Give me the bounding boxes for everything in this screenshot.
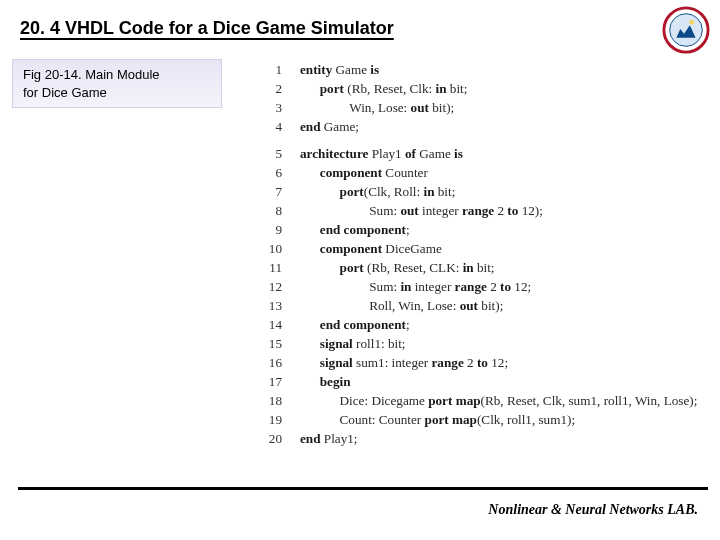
line-number: 8 xyxy=(268,201,300,220)
caption-line: Fig 20-14. Main Module xyxy=(23,66,211,84)
code-text: Count: Counter port map(Clk, roll1, sum1… xyxy=(300,410,575,429)
line-number: 14 xyxy=(268,315,300,334)
line-number: 4 xyxy=(268,117,300,136)
code-line: 20end Play1; xyxy=(268,429,697,448)
line-number: 6 xyxy=(268,163,300,182)
university-logo xyxy=(662,6,710,54)
code-line: 15 signal roll1: bit; xyxy=(268,334,697,353)
line-number: 9 xyxy=(268,220,300,239)
vhdl-code-listing: 1entity Game is2 port (Rb, Reset, Clk: i… xyxy=(268,60,697,448)
code-line: 8 Sum: out integer range 2 to 12); xyxy=(268,201,697,220)
code-text: Roll, Win, Lose: out bit); xyxy=(300,296,503,315)
code-text: Sum: in integer range 2 to 12; xyxy=(300,277,531,296)
line-number: 20 xyxy=(268,429,300,448)
code-text: architecture Play1 of Game is xyxy=(300,144,463,163)
code-text: Sum: out integer range 2 to 12); xyxy=(300,201,543,220)
footer-divider xyxy=(18,487,708,490)
code-text: Win, Lose: out bit); xyxy=(300,98,454,117)
line-number: 19 xyxy=(268,410,300,429)
code-line: 19 Count: Counter port map(Clk, roll1, s… xyxy=(268,410,697,429)
code-text: Dice: Dicegame port map(Rb, Reset, Clk, … xyxy=(300,391,697,410)
code-line: 17 begin xyxy=(268,372,697,391)
line-number: 5 xyxy=(268,144,300,163)
code-text: end Play1; xyxy=(300,429,358,448)
code-line: 18 Dice: Dicegame port map(Rb, Reset, Cl… xyxy=(268,391,697,410)
line-number: 7 xyxy=(268,182,300,201)
code-line: 10 component DiceGame xyxy=(268,239,697,258)
line-number: 15 xyxy=(268,334,300,353)
caption-line: for Dice Game xyxy=(23,84,211,102)
line-number: 3 xyxy=(268,98,300,117)
code-line: 2 port (Rb, Reset, Clk: in bit; xyxy=(268,79,697,98)
line-number: 13 xyxy=(268,296,300,315)
code-text: port (Rb, Reset, Clk: in bit; xyxy=(300,79,467,98)
code-line: 16 signal sum1: integer range 2 to 12; xyxy=(268,353,697,372)
footer-lab-name: Nonlinear & Neural Networks LAB. xyxy=(488,502,698,518)
code-line: 9 end component; xyxy=(268,220,697,239)
code-text: signal sum1: integer range 2 to 12; xyxy=(300,353,508,372)
code-text: entity Game is xyxy=(300,60,379,79)
code-line: 3 Win, Lose: out bit); xyxy=(268,98,697,117)
code-line: 7 port(Clk, Roll: in bit; xyxy=(268,182,697,201)
code-text: component Counter xyxy=(300,163,428,182)
code-text: component DiceGame xyxy=(300,239,442,258)
svg-point-2 xyxy=(689,20,694,25)
code-line: 11 port (Rb, Reset, CLK: in bit; xyxy=(268,258,697,277)
code-text: signal roll1: bit; xyxy=(300,334,406,353)
line-number: 1 xyxy=(268,60,300,79)
code-line: 13 Roll, Win, Lose: out bit); xyxy=(268,296,697,315)
svg-point-1 xyxy=(670,14,703,47)
line-number: 2 xyxy=(268,79,300,98)
line-number: 18 xyxy=(268,391,300,410)
code-text: end component; xyxy=(300,220,410,239)
line-number: 12 xyxy=(268,277,300,296)
line-number: 11 xyxy=(268,258,300,277)
code-line: 6 component Counter xyxy=(268,163,697,182)
code-line: 14 end component; xyxy=(268,315,697,334)
code-line: 4end Game; xyxy=(268,117,697,136)
code-text: end Game; xyxy=(300,117,359,136)
line-number: 10 xyxy=(268,239,300,258)
line-number: 17 xyxy=(268,372,300,391)
code-text: end component; xyxy=(300,315,410,334)
code-text: port (Rb, Reset, CLK: in bit; xyxy=(300,258,495,277)
figure-caption: Fig 20-14. Main Module for Dice Game xyxy=(12,59,222,108)
page-title: 20. 4 VHDL Code for a Dice Game Simulato… xyxy=(20,18,700,39)
code-text: begin xyxy=(300,372,351,391)
header: 20. 4 VHDL Code for a Dice Game Simulato… xyxy=(0,0,720,45)
code-line: 5architecture Play1 of Game is xyxy=(268,144,697,163)
code-line: 1entity Game is xyxy=(268,60,697,79)
code-text: port(Clk, Roll: in bit; xyxy=(300,182,455,201)
code-line: 12 Sum: in integer range 2 to 12; xyxy=(268,277,697,296)
line-number: 16 xyxy=(268,353,300,372)
